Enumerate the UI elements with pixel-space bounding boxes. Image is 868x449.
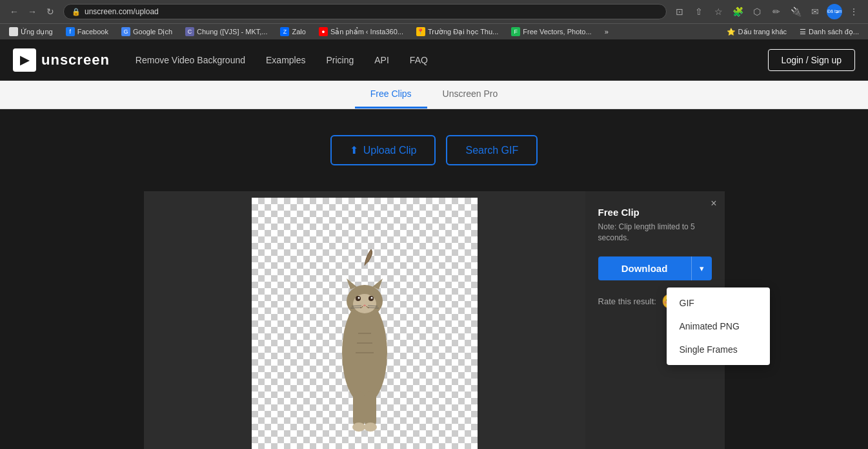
logo-icon: ▶ [13, 48, 36, 72]
nav-pricing[interactable]: Pricing [326, 55, 354, 65]
forward-button[interactable]: → [25, 4, 40, 19]
insta360-icon: ● [319, 27, 328, 36]
freevectors-icon: F [511, 27, 520, 36]
bookmark-facebook-label: Facebook [77, 28, 108, 36]
university-icon: 📍 [416, 27, 425, 36]
bookmark-chung[interactable]: C Chung ([VJS] - MKT,... [183, 26, 270, 37]
bookmark-readlist[interactable]: ☰ Danh sách đọ... [797, 26, 862, 37]
bookmark-insta360[interactable]: ● Sản phẩm ‹ Insta360... [316, 26, 406, 37]
readlist-icon: ☰ [800, 28, 806, 36]
upload-icon: ⬆ [350, 144, 358, 156]
rate-label: Rate this result: [598, 297, 656, 306]
nav-remove-bg[interactable]: Remove Video Background [136, 55, 245, 65]
nav-faq[interactable]: FAQ [410, 55, 428, 65]
lock-icon: 🔒 [72, 8, 81, 16]
logo-play-icon: ▶ [20, 53, 29, 67]
dropdown-single-frames[interactable]: Single Frames [667, 338, 770, 361]
logo[interactable]: ▶ unscreen [13, 48, 110, 72]
nav-links: Remove Video Background Examples Pricing… [136, 55, 768, 65]
bookmarks-bar: ⊞ Ứng dụng f Facebook G Google Dịch C Ch… [0, 23, 868, 39]
bookmark-university-label: Trường Đại học Thu... [428, 28, 498, 36]
other-bookmarks-label: Dấu trang khác [738, 28, 787, 36]
extensions-btn[interactable]: 🔌 [788, 4, 803, 19]
bookmark-button[interactable]: ☆ [711, 4, 726, 19]
svg-point-8 [370, 297, 372, 299]
sub-nav-free-clips[interactable]: Free Clips [355, 81, 427, 109]
search-gif-button[interactable]: Search GIF [446, 135, 538, 165]
page-wrapper: ▶ unscreen Remove Video Background Examp… [0, 39, 868, 449]
bookmark-apps-label: Ứng dụng [21, 28, 53, 36]
browser-chrome: ← → ↻ 🔒 unscreen.com/upload ⊡ ⇧ ☆ 🧩 ⬡ ✏ … [0, 0, 868, 39]
main-content: ⬆ Upload Clip Search GIF [0, 109, 868, 449]
bookmark-zalo[interactable]: Z Zalo [278, 26, 308, 37]
bookmark-translate-label: Google Dịch [133, 28, 172, 36]
close-button[interactable]: × [711, 198, 716, 209]
bookmark-zalo-label: Zalo [292, 28, 305, 36]
browser-toolbar: ← → ↻ 🔒 unscreen.com/upload ⊡ ⇧ ☆ 🧩 ⬡ ✏ … [0, 0, 868, 23]
site-nav: ▶ unscreen Remove Video Background Examp… [0, 39, 868, 81]
download-dropdown-button[interactable]: ▾ [691, 256, 712, 280]
dropdown-gif[interactable]: GIF [667, 291, 770, 315]
free-clip-note: Note: Clip length limited to 5 seconds. [598, 222, 712, 244]
nav-api[interactable]: API [374, 55, 389, 65]
download-button[interactable]: Download [598, 256, 691, 280]
upload-clip-button[interactable]: ⬆ Upload Clip [330, 135, 436, 165]
bookmark-more[interactable]: » [602, 26, 611, 37]
apps-icon: ⊞ [9, 27, 18, 36]
reload-button[interactable]: ↻ [43, 4, 58, 19]
bookmark-freevectors[interactable]: F Free Vectors, Photo... [509, 26, 594, 37]
sub-nav: Free Clips Unscreen Pro [0, 81, 868, 109]
cat-image [313, 249, 416, 449]
mail-icon[interactable]: ✉ [807, 4, 823, 19]
upload-clip-label: Upload Clip [363, 145, 417, 156]
content-area: × Free Clip Note: Clip length limited to… [144, 191, 725, 449]
facebook-icon: f [66, 27, 75, 36]
zalo-icon: Z [280, 27, 289, 36]
free-clip-title: Free Clip [598, 207, 712, 218]
extension-icon[interactable]: 🧩 [730, 4, 745, 19]
preview-panel [144, 191, 585, 449]
svg-rect-14 [353, 392, 365, 427]
url-text: unscreen.com/upload [85, 7, 159, 16]
dropdown-arrow-icon: ▾ [700, 264, 704, 273]
sub-nav-pro[interactable]: Unscreen Pro [427, 81, 514, 109]
menu-button[interactable]: ⋮ [846, 4, 862, 19]
dropdown-animated-png[interactable]: Animated PNG [667, 315, 770, 338]
bookmark-apps[interactable]: ⊞ Ứng dụng [6, 26, 56, 37]
upload-buttons: ⬆ Upload Clip Search GIF [330, 135, 538, 165]
download-dropdown-menu: GIF Animated PNG Single Frames [667, 287, 770, 365]
svg-point-7 [358, 297, 359, 299]
bookmark-freevectors-label: Free Vectors, Photo... [523, 28, 591, 36]
bookmark-university[interactable]: 📍 Trường Đại học Thu... [414, 26, 501, 37]
other-bookmarks-icon: ⭐ [727, 28, 736, 36]
more-bookmarks-label: » [605, 28, 609, 36]
checker-canvas [252, 198, 478, 449]
login-button[interactable]: Login / Sign up [768, 49, 855, 71]
profile-button[interactable]: Đã tạm dừng [827, 4, 842, 19]
nav-buttons: ← → ↻ [6, 4, 58, 19]
address-bar[interactable]: 🔒 unscreen.com/upload [63, 4, 667, 19]
nav-examples[interactable]: Examples [266, 55, 305, 65]
svg-rect-15 [365, 392, 376, 427]
svg-point-17 [364, 423, 377, 432]
bookmark-insta360-label: Sản phẩm ‹ Insta360... [330, 28, 403, 36]
share-button[interactable]: ⇧ [691, 4, 707, 19]
download-area: Download ▾ GIF Animated PNG Single Frame… [598, 256, 712, 280]
bookmark-facebook[interactable]: f Facebook [63, 26, 111, 37]
logo-text: unscreen [41, 52, 110, 68]
back-button[interactable]: ← [6, 4, 22, 19]
bookmark-chung-label: Chung ([VJS] - MKT,... [197, 28, 267, 36]
cast-button[interactable]: ⊡ [672, 4, 687, 19]
edit-icon[interactable]: ✏ [769, 4, 784, 19]
readlist-label: Danh sách đọ... [809, 28, 859, 36]
profile-label: Đã tạm dừng [827, 9, 842, 14]
browser-actions: ⊡ ⇧ ☆ 🧩 ⬡ ✏ 🔌 ✉ Đã tạm dừng ⋮ [672, 4, 862, 19]
side-panel: × Free Clip Note: Clip length limited to… [585, 191, 725, 449]
translate-icon: G [121, 27, 130, 36]
chung-icon: C [185, 27, 194, 36]
bookmark-other[interactable]: ⭐ Dấu trang khác [724, 26, 789, 37]
puzzle-icon[interactable]: ⬡ [749, 4, 765, 19]
bookmark-translate[interactable]: G Google Dịch [119, 26, 175, 37]
svg-point-16 [352, 423, 365, 432]
